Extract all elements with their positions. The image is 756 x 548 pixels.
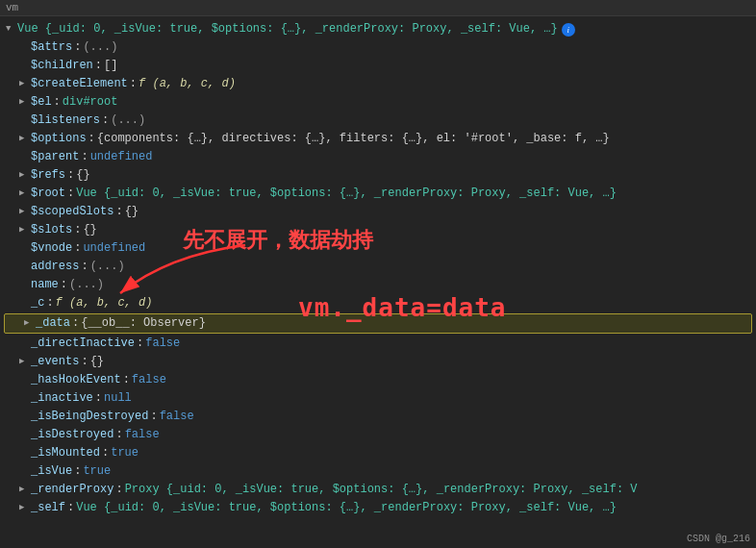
data-highlight-container: _data : {__ob__: Observer} bbox=[4, 313, 752, 334]
data-prop: _data bbox=[36, 315, 70, 332]
ismounted-line: _isMounted : true bbox=[0, 444, 756, 462]
parent-line: $parent : undefined bbox=[0, 148, 756, 166]
no-triangle bbox=[19, 149, 29, 165]
no-triangle bbox=[19, 427, 29, 443]
parent-prop: $parent bbox=[31, 149, 79, 165]
vnode-prop: $vnode bbox=[31, 240, 72, 257]
no-triangle bbox=[19, 409, 29, 425]
vnode-value: undefined bbox=[83, 240, 145, 257]
createelement-prop: $createElement bbox=[31, 76, 128, 92]
no-triangle bbox=[19, 463, 29, 480]
el-prop: $el bbox=[31, 94, 52, 111]
name-line: name : (...) bbox=[0, 276, 756, 294]
root-line[interactable]: $root : Vue {_uid: 0, _isVue: true, $opt… bbox=[0, 185, 756, 203]
hashookevent-value: false bbox=[132, 372, 166, 388]
triangle-events[interactable] bbox=[19, 354, 29, 370]
no-triangle bbox=[19, 445, 29, 461]
no-triangle bbox=[19, 259, 29, 275]
children-line: $children : [] bbox=[0, 57, 756, 75]
address-line: address : (...) bbox=[0, 258, 756, 276]
vue-root-line[interactable]: Vue {_uid: 0, _isVue: true, $options: {…… bbox=[0, 20, 756, 38]
triangle-options[interactable] bbox=[19, 131, 29, 147]
refs-value: {} bbox=[76, 167, 89, 184]
triangle-self[interactable] bbox=[19, 500, 29, 516]
createelement-line[interactable]: $createElement : f (a, b, c, d) bbox=[0, 75, 756, 93]
parent-value: undefined bbox=[90, 149, 153, 165]
hashookevent-prop: _hasHookEvent bbox=[31, 372, 121, 388]
top-bar: vm bbox=[0, 0, 756, 16]
devtools-panel: vm Vue {_uid: 0, _isVue: true, $options:… bbox=[0, 0, 756, 548]
isbeingdestroyed-prop: _isBeingDestroyed bbox=[31, 409, 148, 425]
self-value: Vue {_uid: 0, _isVue: true, $options: {…… bbox=[76, 500, 617, 516]
c-value: f (a, b, c, d) bbox=[56, 295, 153, 311]
listeners-line: $listeners : (...) bbox=[0, 112, 756, 130]
triangle-slots[interactable] bbox=[19, 222, 29, 238]
inactive-value: null bbox=[104, 390, 132, 407]
address-value: (...) bbox=[90, 259, 125, 275]
content-area[interactable]: Vue {_uid: 0, _isVue: true, $options: {…… bbox=[0, 16, 756, 543]
triangle-root[interactable] bbox=[19, 186, 29, 202]
isdestroyed-value: false bbox=[125, 427, 160, 443]
watermark: CSDN @g_216 bbox=[687, 534, 750, 544]
options-prop: $options bbox=[31, 131, 87, 147]
root-prop: $root bbox=[31, 186, 65, 202]
listeners-prop: $listeners bbox=[31, 112, 100, 129]
no-triangle bbox=[19, 58, 29, 74]
children-prop: $children bbox=[31, 58, 93, 74]
name-prop: name bbox=[31, 277, 59, 293]
ismounted-prop: _isMounted bbox=[31, 445, 100, 461]
self-line[interactable]: _self : Vue {_uid: 0, _isVue: true, $opt… bbox=[0, 499, 756, 517]
inactive-line: _inactive : null bbox=[0, 389, 756, 408]
attrs-prop: $attrs bbox=[31, 39, 72, 56]
events-line[interactable]: _events : {} bbox=[0, 353, 756, 371]
no-triangle bbox=[19, 277, 29, 293]
vue-root-value: Vue {_uid: 0, _isVue: true, $options: {…… bbox=[17, 21, 558, 37]
listeners-value: (...) bbox=[111, 112, 145, 129]
triangle-renderproxy[interactable] bbox=[19, 482, 29, 498]
renderproxy-line[interactable]: _renderProxy : Proxy {_uid: 0, _isVue: t… bbox=[0, 481, 756, 499]
el-value: div#root bbox=[63, 94, 118, 111]
isdestroyed-line: _isDestroyed : false bbox=[0, 426, 756, 444]
scopedslots-value: {} bbox=[125, 204, 139, 220]
triangle-data[interactable] bbox=[24, 315, 34, 332]
no-triangle bbox=[19, 336, 29, 352]
scopedslots-prop: $scopedSlots bbox=[31, 204, 113, 220]
triangle-el[interactable] bbox=[19, 94, 29, 111]
renderproxy-value: Proxy {_uid: 0, _isVue: true, $options: … bbox=[125, 482, 638, 498]
isvue-prop: _isVue bbox=[31, 463, 72, 480]
ismounted-value: true bbox=[111, 445, 139, 461]
directinactive-prop: _directInactive bbox=[31, 336, 135, 352]
info-icon[interactable]: i bbox=[562, 23, 575, 37]
name-value: (...) bbox=[69, 277, 104, 293]
directinactive-line: _directInactive : false bbox=[0, 335, 756, 353]
no-triangle bbox=[19, 390, 29, 407]
isvue-line: _isVue : true bbox=[0, 462, 756, 481]
isdestroyed-prop: _isDestroyed bbox=[31, 427, 113, 443]
vnode-line: $vnode : undefined bbox=[0, 239, 756, 258]
attrs-value: (...) bbox=[83, 39, 117, 56]
data-line[interactable]: _data : {__ob__: Observer} bbox=[5, 314, 751, 333]
refs-prop: $refs bbox=[31, 167, 65, 184]
address-prop: address bbox=[31, 259, 79, 275]
directinactive-value: false bbox=[145, 336, 180, 352]
el-line[interactable]: $el : div#root bbox=[0, 93, 756, 112]
no-triangle bbox=[19, 39, 29, 56]
vm-label: vm bbox=[6, 2, 18, 13]
events-prop: _events bbox=[31, 354, 79, 370]
slots-line[interactable]: $slots : {} bbox=[0, 221, 756, 239]
triangle-refs[interactable] bbox=[19, 167, 29, 184]
slots-value: {} bbox=[83, 222, 96, 238]
scopedslots-line[interactable]: $scopedSlots : {} bbox=[0, 203, 756, 221]
options-value: {components: {…}, directives: {…}, filte… bbox=[97, 131, 610, 147]
triangle-scopedslots[interactable] bbox=[19, 204, 29, 220]
refs-line[interactable]: $refs : {} bbox=[0, 166, 756, 185]
options-line[interactable]: $options : {components: {…}, directives:… bbox=[0, 130, 756, 148]
no-triangle bbox=[19, 240, 29, 257]
slots-prop: $slots bbox=[31, 222, 72, 238]
triangle-createelement[interactable] bbox=[19, 76, 29, 92]
no-triangle bbox=[19, 372, 29, 388]
c-prop: _c bbox=[31, 295, 44, 311]
triangle-vue-root[interactable] bbox=[6, 21, 15, 37]
children-value: [] bbox=[104, 58, 117, 74]
isvue-value: true bbox=[83, 463, 111, 480]
